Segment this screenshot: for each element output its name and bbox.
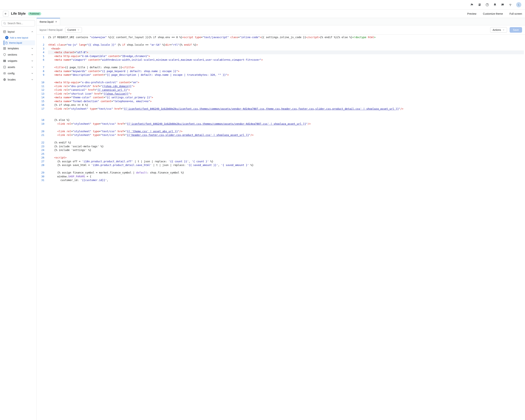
sidebar-item-locales[interactable]: locales — [1, 76, 35, 83]
svg-rect-5 — [5, 47, 6, 48]
layout-icon — [3, 30, 6, 33]
file-item-theme-liquid[interactable]: theme.liquid — [4, 40, 35, 45]
page-header: Life Style Published Preview Customize t… — [0, 10, 525, 18]
chevron-down-icon — [31, 66, 34, 68]
sections-icon — [3, 53, 6, 56]
sidebar-item-label: templates — [8, 47, 19, 50]
search-box — [1, 20, 35, 26]
sidebar-item-label: config — [8, 72, 14, 75]
fullscreen-link[interactable]: Full screen — [510, 12, 522, 15]
svg-rect-10 — [3, 61, 6, 62]
chevron-down-icon — [31, 47, 34, 50]
svg-rect-8 — [3, 60, 6, 60]
tab-label: theme.liquid — [40, 20, 54, 23]
preview-link[interactable]: Preview — [467, 12, 477, 15]
tab-theme-liquid[interactable]: theme.liquid × — [37, 18, 60, 25]
sidebar-item-sections[interactable]: sections — [1, 52, 35, 58]
editor-area: theme.liquid × layout / theme.liquid Cur… — [37, 18, 525, 420]
help-icon[interactable] — [485, 3, 489, 7]
topbar: L — [0, 0, 525, 10]
status-badge: Published — [28, 12, 41, 15]
search-input[interactable] — [1, 20, 35, 26]
actions-label: Actions — [493, 29, 501, 31]
svg-point-1 — [510, 6, 511, 6]
customize-link[interactable]: Customize theme — [483, 12, 503, 15]
sidebar-item-label: snippets — [8, 59, 17, 62]
bell-icon[interactable] — [493, 3, 497, 7]
editor-toolbar: layout / theme.liquid Current Actions Sa… — [37, 25, 525, 35]
actions-dropdown[interactable]: Actions — [490, 27, 507, 33]
file-icon — [5, 42, 8, 44]
avatar[interactable]: L — [516, 2, 521, 7]
chevron-down-icon — [77, 29, 80, 31]
svg-rect-3 — [3, 31, 6, 33]
page-title: Life Style — [11, 12, 26, 16]
breadcrumb: layout / theme.liquid — [40, 29, 63, 31]
add-layout-link[interactable]: + Add a new layout — [4, 35, 35, 40]
chevron-down-icon — [31, 72, 34, 75]
code-editor[interactable]: 1234567891011121314151617181920212223242… — [37, 35, 525, 420]
svg-rect-6 — [3, 49, 4, 49]
locales-icon — [3, 78, 6, 81]
sidebar-item-layout[interactable]: layout — [1, 29, 35, 35]
config-icon — [3, 72, 6, 75]
sidebar-item-label: sections — [8, 53, 17, 56]
sidebar-item-snippets[interactable]: snippets — [1, 58, 35, 64]
sidebar-item-assets[interactable]: assets — [1, 64, 35, 70]
chevron-up-icon — [31, 30, 34, 33]
sidebar-item-label: locales — [8, 78, 16, 81]
back-button[interactable] — [3, 11, 9, 17]
snippets-icon — [3, 59, 6, 63]
flag-icon[interactable] — [470, 3, 474, 7]
svg-rect-9 — [3, 61, 6, 61]
main: layout + Add a new layout theme.liquid t… — [0, 18, 525, 420]
sidebar-item-config[interactable]: config — [1, 70, 35, 76]
templates-icon — [3, 47, 6, 50]
sidebar-item-label: assets — [8, 66, 15, 69]
chevron-down-icon — [31, 53, 34, 56]
chevron-down-icon — [31, 60, 34, 62]
save-button[interactable]: Save — [510, 27, 522, 33]
chevron-down-icon — [31, 78, 34, 81]
sidebar-item-label: layout — [8, 30, 14, 33]
svg-rect-7 — [5, 49, 6, 49]
chevron-down-icon — [502, 29, 505, 31]
line-gutter: 1234567891011121314151617181920212223242… — [37, 35, 47, 420]
add-layout-label: Add a new layout — [10, 36, 28, 39]
assets-icon — [3, 66, 6, 69]
sidebar-item-templates[interactable]: templates — [1, 45, 35, 52]
code-content[interactable]: {% if REQUEST_URI contains "view=ajax" %… — [47, 35, 525, 420]
version-label: Current — [67, 29, 76, 31]
search-icon — [3, 22, 6, 25]
wifi-icon[interactable] — [508, 3, 512, 7]
store-icon[interactable] — [478, 3, 481, 7]
tab-bar: theme.liquid × — [37, 18, 525, 25]
svg-point-2 — [4, 22, 5, 24]
version-dropdown[interactable]: Current — [65, 27, 82, 33]
close-icon[interactable]: × — [55, 20, 57, 23]
svg-rect-4 — [3, 47, 4, 48]
svg-rect-11 — [4, 73, 6, 74]
sidebar: layout + Add a new layout theme.liquid t… — [0, 18, 37, 420]
chat-icon[interactable] — [501, 3, 505, 7]
plus-icon: + — [5, 36, 9, 39]
file-item-label: theme.liquid — [9, 41, 22, 44]
